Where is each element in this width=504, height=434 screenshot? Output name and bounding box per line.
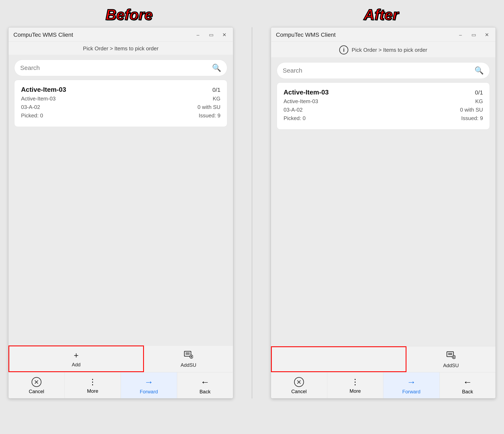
toolbar-bottom-after: ✕ Cancel ⋮ More → Forward ← Back bbox=[271, 372, 495, 398]
cancel-icon-before: ✕ bbox=[32, 377, 41, 387]
item-location-before: 03-A-02 bbox=[21, 104, 40, 110]
bottom-toolbar-after: AddSU ✕ Cancel ⋮ More → Forward ← bbox=[271, 346, 495, 398]
minimize-button-after[interactable]: – bbox=[457, 31, 464, 39]
forward-label-before: Forward bbox=[140, 389, 158, 395]
minimize-button-before[interactable]: – bbox=[194, 31, 202, 39]
item-sub-name-before: Active-Item-03 bbox=[21, 96, 56, 102]
title-bar-before: CompuTec WMS Client – ▭ ✕ bbox=[9, 27, 233, 42]
maximize-button-after[interactable]: ▭ bbox=[470, 31, 477, 39]
back-icon-before: ← bbox=[200, 377, 209, 387]
add-icon-before: + bbox=[74, 351, 79, 360]
cancel-label-after: Cancel bbox=[291, 389, 307, 394]
main-content-after: 🔍 Active-Item-03 0/1 Active-Item-03 KG 0… bbox=[271, 57, 495, 346]
addsu-label-before: AddSU bbox=[181, 362, 196, 368]
breadcrumb-after: Pick Order > Items to pick order bbox=[351, 47, 427, 53]
back-icon-after: ← bbox=[463, 377, 472, 387]
divider bbox=[252, 27, 252, 398]
search-container-before: 🔍 bbox=[14, 60, 227, 76]
breadcrumb-bar-before: Pick Order > Items to pick order bbox=[9, 42, 233, 55]
window-title-after: CompuTec WMS Client bbox=[276, 32, 335, 38]
window-title-before: CompuTec WMS Client bbox=[13, 32, 73, 38]
info-icon-after[interactable]: i bbox=[339, 45, 348, 54]
item-with-su-before: 0 with SU bbox=[198, 104, 220, 110]
more-icon-after: ⋮ bbox=[351, 378, 359, 387]
item-card-after: Active-Item-03 0/1 Active-Item-03 KG 03-… bbox=[277, 82, 490, 129]
item-with-su-after: 0 with SU bbox=[460, 107, 483, 113]
after-window: CompuTec WMS Client – ▭ ✕ i Pick Order >… bbox=[271, 27, 496, 398]
search-icon-after: 🔍 bbox=[475, 66, 484, 75]
window-controls-after: – ▭ ✕ bbox=[457, 31, 491, 39]
item-picked-before: Picked: 0 bbox=[21, 112, 43, 119]
addsu-icon-before bbox=[184, 351, 193, 361]
search-container-after: 🔍 bbox=[277, 62, 490, 79]
main-content-before: 🔍 Active-Item-03 0/1 Active-Item-03 KG 0… bbox=[9, 55, 233, 345]
maximize-button-before[interactable]: ▭ bbox=[207, 31, 215, 39]
breadcrumb-bar-after: i Pick Order > Items to pick order bbox=[271, 42, 495, 57]
add-button-before[interactable]: + Add bbox=[9, 345, 144, 372]
window-controls-before: – ▭ ✕ bbox=[194, 31, 228, 39]
item-sub-name-after: Active-Item-03 bbox=[284, 98, 318, 105]
back-button-after[interactable]: ← Back bbox=[440, 372, 496, 398]
before-window: CompuTec WMS Client – ▭ ✕ Pick Order > I… bbox=[8, 27, 233, 398]
item-name-before: Active-Item-03 bbox=[21, 86, 66, 93]
item-qty-before: 0/1 bbox=[212, 87, 220, 93]
add-label-before: Add bbox=[72, 362, 81, 368]
forward-label-after: Forward bbox=[402, 389, 421, 395]
more-label-before: More bbox=[87, 388, 98, 394]
breadcrumb-before: Pick Order > Items to pick order bbox=[83, 45, 158, 52]
forward-icon-after: → bbox=[407, 377, 416, 387]
search-icon-before: 🔍 bbox=[212, 63, 221, 72]
bottom-toolbar-before: + Add AddSU bbox=[9, 345, 233, 398]
toolbar-top-after: AddSU bbox=[271, 346, 495, 372]
item-name-after: Active-Item-03 bbox=[284, 89, 329, 96]
item-card-before: Active-Item-03 0/1 Active-Item-03 KG 03-… bbox=[14, 80, 227, 127]
more-label-after: More bbox=[350, 388, 361, 394]
cancel-button-before[interactable]: ✕ Cancel bbox=[9, 372, 65, 398]
item-picked-after: Picked: 0 bbox=[284, 115, 306, 121]
item-issued-before: Issued: 9 bbox=[199, 112, 221, 119]
forward-icon-before: → bbox=[144, 377, 153, 387]
after-label: After bbox=[364, 6, 398, 23]
close-button-before[interactable]: ✕ bbox=[221, 31, 228, 39]
back-button-before[interactable]: ← Back bbox=[177, 372, 233, 398]
item-unit-after: KG bbox=[475, 98, 483, 105]
more-icon-before: ⋮ bbox=[89, 378, 97, 387]
cancel-button-after[interactable]: ✕ Cancel bbox=[271, 372, 327, 398]
forward-button-before[interactable]: → Forward bbox=[121, 372, 177, 398]
item-location-after: 03-A-02 bbox=[284, 107, 303, 113]
back-label-after: Back bbox=[462, 389, 473, 395]
close-button-after[interactable]: ✕ bbox=[483, 31, 491, 39]
item-qty-after: 0/1 bbox=[475, 89, 483, 96]
search-input-before[interactable] bbox=[20, 64, 201, 71]
back-label-before: Back bbox=[200, 389, 211, 395]
more-button-after[interactable]: ⋮ More bbox=[327, 372, 384, 398]
toolbar-top-before: + Add AddSU bbox=[9, 345, 233, 372]
before-label: Before bbox=[106, 6, 153, 23]
item-unit-before: KG bbox=[213, 96, 220, 102]
empty-button-after[interactable] bbox=[271, 346, 406, 372]
forward-button-after[interactable]: → Forward bbox=[383, 372, 440, 398]
cancel-label-before: Cancel bbox=[29, 389, 44, 394]
addsu-button-before[interactable]: AddSU bbox=[144, 345, 233, 372]
addsu-button-after[interactable]: AddSU bbox=[406, 346, 495, 372]
search-input-after[interactable] bbox=[283, 67, 464, 74]
cancel-icon-after: ✕ bbox=[294, 377, 304, 387]
addsu-icon-after bbox=[446, 351, 456, 361]
item-issued-after: Issued: 9 bbox=[461, 115, 483, 121]
toolbar-bottom-before: ✕ Cancel ⋮ More → Forward ← Back bbox=[9, 372, 233, 398]
title-bar-after: CompuTec WMS Client – ▭ ✕ bbox=[271, 27, 495, 42]
addsu-label-after: AddSU bbox=[443, 363, 459, 368]
more-button-before[interactable]: ⋮ More bbox=[65, 372, 121, 398]
